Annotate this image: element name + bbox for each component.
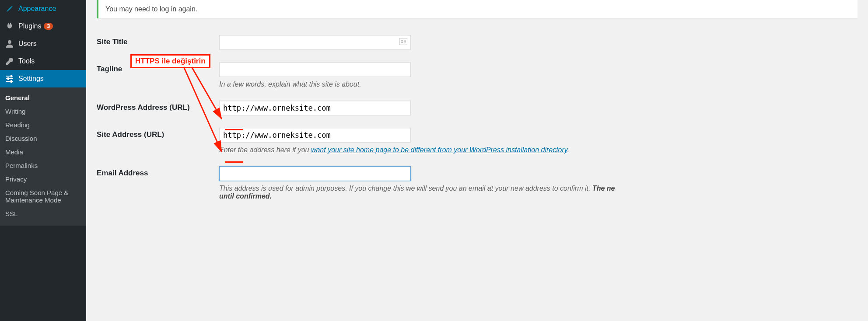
wordpress-url-input[interactable] (219, 101, 411, 115)
sidebar-label: Users (18, 40, 37, 48)
autofill-icon (399, 38, 407, 47)
sidebar-label: Appearance (18, 5, 56, 13)
label-site-title: Site Title (97, 35, 219, 46)
annotation-underline-2 (225, 161, 243, 163)
submenu-discussion[interactable]: Discussion (0, 132, 86, 145)
site-url-description: Enter the address here if you want your … (219, 146, 683, 154)
sidebar-item-tools[interactable]: Tools (0, 52, 86, 70)
row-email: Email Address This address is used for a… (97, 160, 858, 206)
brush-icon (5, 4, 16, 13)
sidebar-item-users[interactable]: Users (0, 35, 86, 52)
label-email: Email Address (97, 166, 219, 178)
submenu-privacy[interactable]: Privacy (0, 172, 86, 186)
site-url-input[interactable] (219, 128, 411, 143)
svg-rect-4 (10, 75, 12, 77)
svg-rect-3 (6, 81, 13, 82)
email-description: This address is used for admin purposes.… (219, 185, 683, 200)
row-site-title: Site Title (97, 29, 858, 56)
svg-rect-1 (6, 76, 13, 77)
svg-point-8 (401, 40, 403, 42)
sidebar-item-appearance[interactable]: Appearance (0, 0, 86, 17)
settings-form: Site Title Tagline In a few words, expla… (97, 29, 858, 206)
label-site-url: Site Address (URL) (97, 128, 219, 139)
email-input[interactable] (219, 166, 411, 181)
admin-sidebar: Appearance Plugins 3 Users Tools Setting… (0, 0, 86, 321)
row-wp-url: WordPress Address (URL) (97, 94, 858, 122)
svg-rect-6 (10, 80, 12, 83)
submenu-ssl[interactable]: SSL (0, 207, 86, 220)
submenu-writing[interactable]: Writing (0, 105, 86, 118)
svg-rect-7 (399, 38, 407, 45)
sidebar-item-plugins[interactable]: Plugins 3 (0, 17, 86, 35)
submenu-coming-soon[interactable]: Coming Soon Page & Maintenance Mode (0, 186, 86, 207)
svg-point-0 (8, 40, 11, 44)
submenu-reading[interactable]: Reading (0, 118, 86, 132)
row-tagline: Tagline In a few words, explain what thi… (97, 56, 858, 94)
svg-rect-5 (7, 77, 9, 80)
label-wp-url: WordPress Address (URL) (97, 101, 219, 112)
submenu-permalinks[interactable]: Permalinks (0, 159, 86, 172)
submenu-media[interactable]: Media (0, 145, 86, 159)
svg-rect-2 (6, 78, 13, 79)
notice-text: You may need to log in again. (105, 5, 197, 13)
annotation-callout: HTTPS ile değiştirin (130, 54, 210, 68)
row-site-url: Site Address (URL) Enter the address her… (97, 122, 858, 160)
sidebar-label: Settings (18, 75, 44, 83)
sidebar-item-settings[interactable]: Settings (0, 70, 86, 87)
wrench-icon (5, 57, 16, 66)
site-title-input[interactable] (219, 35, 411, 50)
tagline-description: In a few words, explain what this site i… (219, 80, 683, 88)
sidebar-label: Plugins (18, 22, 41, 30)
plug-icon (5, 22, 16, 31)
login-notice: You may need to log in again. (97, 0, 858, 18)
sliders-icon (5, 74, 16, 83)
tagline-input[interactable] (219, 62, 411, 77)
main-content: You may need to log in again. Site Title… (86, 0, 868, 321)
site-url-help-link[interactable]: want your site home page to be different… (311, 146, 567, 154)
plugins-badge: 3 (44, 23, 53, 30)
submenu-general[interactable]: General (0, 91, 86, 105)
annotation-underline-1 (225, 129, 243, 130)
sidebar-label: Tools (18, 57, 35, 65)
user-icon (5, 39, 16, 48)
settings-submenu: General Writing Reading Discussion Media… (0, 87, 86, 226)
